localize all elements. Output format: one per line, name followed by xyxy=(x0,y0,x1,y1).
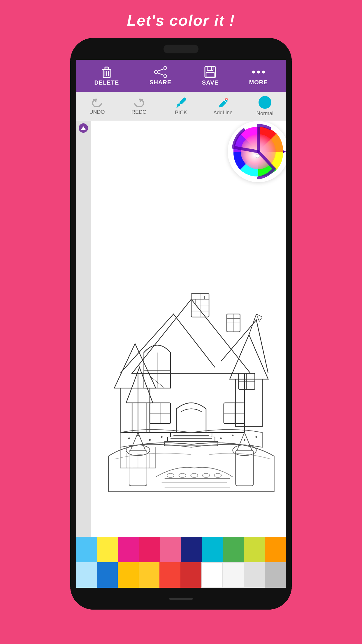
svg-point-51 xyxy=(128,438,130,439)
addline-label: AddLine xyxy=(213,110,233,116)
toolbar-top: DELETE SHARE xyxy=(76,60,286,92)
redo-icon xyxy=(133,97,145,107)
color-wheel[interactable] xyxy=(229,123,286,181)
palette-row-1 xyxy=(76,537,286,562)
color-swatch-red2[interactable] xyxy=(180,562,201,588)
color-swatch-gold[interactable] xyxy=(139,562,160,588)
color-swatch-orange[interactable] xyxy=(265,537,286,562)
more-icon xyxy=(252,66,265,78)
color-swatch-white2[interactable] xyxy=(223,562,244,588)
house-drawing xyxy=(91,121,286,537)
svg-point-57 xyxy=(244,439,245,441)
panel-expand-button[interactable] xyxy=(79,123,88,133)
addline-icon xyxy=(218,97,228,108)
palette-row-2 xyxy=(76,562,286,588)
left-panel xyxy=(76,121,91,537)
phone-bottom xyxy=(70,588,292,610)
svg-point-6 xyxy=(154,71,157,74)
phone-shell: DELETE SHARE xyxy=(70,38,292,610)
svg-marker-20 xyxy=(81,126,86,130)
undo-label: UNDO xyxy=(89,109,105,115)
color-wheel-container[interactable] xyxy=(228,121,286,182)
color-palette xyxy=(76,537,286,588)
delete-button[interactable]: DELETE xyxy=(94,66,119,86)
color-swatch-amber[interactable] xyxy=(118,562,139,588)
share-button[interactable]: SHARE xyxy=(150,66,171,86)
phone-top xyxy=(70,38,292,60)
drawing-canvas[interactable] xyxy=(91,121,286,537)
color-swatch-blue[interactable] xyxy=(97,562,118,588)
save-label: SAVE xyxy=(202,79,219,86)
color-swatch-cyan[interactable] xyxy=(76,537,97,562)
svg-line-10 xyxy=(157,73,164,75)
undo-button[interactable]: UNDO xyxy=(76,97,118,115)
drawing-area[interactable] xyxy=(76,121,286,537)
more-button[interactable]: MORE xyxy=(249,66,268,86)
svg-point-52 xyxy=(137,435,139,436)
svg-rect-13 xyxy=(206,72,214,77)
svg-point-7 xyxy=(164,66,167,69)
svg-point-56 xyxy=(232,435,233,436)
delete-label: DELETE xyxy=(94,79,119,86)
color-swatch-lightblue[interactable] xyxy=(76,562,97,588)
svg-point-8 xyxy=(164,75,167,78)
color-swatch-pink2[interactable] xyxy=(139,537,160,562)
delete-icon xyxy=(101,66,113,78)
svg-line-9 xyxy=(157,69,164,71)
color-swatch-pink1[interactable] xyxy=(118,537,139,562)
normal-button[interactable]: Normal xyxy=(244,96,286,117)
pick-icon xyxy=(176,97,186,108)
more-label: MORE xyxy=(249,79,268,86)
svg-point-79 xyxy=(256,154,259,158)
save-button[interactable]: SAVE xyxy=(202,66,219,86)
redo-button[interactable]: REDO xyxy=(118,97,160,115)
svg-point-53 xyxy=(149,439,151,441)
color-swatch-teal[interactable] xyxy=(202,537,223,562)
color-swatch-pink3[interactable] xyxy=(160,537,181,562)
svg-marker-80 xyxy=(283,150,286,153)
normal-label: Normal xyxy=(256,111,273,117)
svg-rect-14 xyxy=(211,67,212,70)
color-swatch-yellow[interactable] xyxy=(97,537,118,562)
color-swatch-navy[interactable] xyxy=(181,537,202,562)
pick-button[interactable]: PICK xyxy=(160,97,202,116)
svg-point-54 xyxy=(161,436,163,438)
share-icon xyxy=(154,66,167,78)
addline-button[interactable]: AddLine xyxy=(202,97,244,116)
share-label: SHARE xyxy=(150,79,171,86)
undo-icon xyxy=(92,97,103,107)
svg-rect-2 xyxy=(105,67,108,69)
redo-label: REDO xyxy=(131,109,147,115)
color-swatch-gray2[interactable] xyxy=(265,562,286,588)
svg-line-18 xyxy=(177,106,178,107)
svg-point-58 xyxy=(255,436,257,438)
color-swatch-green[interactable] xyxy=(223,537,244,562)
phone-screen: DELETE SHARE xyxy=(76,60,286,588)
svg-point-55 xyxy=(220,438,222,439)
normal-color-circle xyxy=(259,96,271,109)
app-title: Let's color it ! xyxy=(0,12,362,29)
toolbar-secondary: UNDO REDO PICK xyxy=(76,92,286,121)
save-icon xyxy=(204,66,216,78)
color-swatch-gray1[interactable] xyxy=(244,562,265,588)
color-swatch-red1[interactable] xyxy=(159,562,180,588)
color-swatch-white1[interactable] xyxy=(201,562,223,588)
arrow-up-icon xyxy=(81,126,86,130)
color-swatch-lime[interactable] xyxy=(244,537,265,562)
pick-label: PICK xyxy=(175,110,187,116)
